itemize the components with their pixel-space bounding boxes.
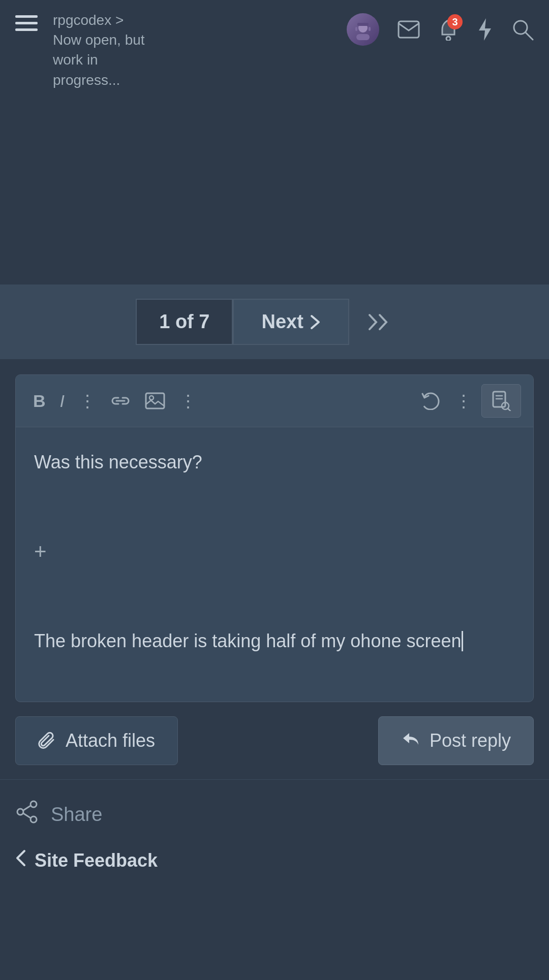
more-options-1-button[interactable]: ⋮ <box>74 387 101 415</box>
svg-rect-5 <box>399 21 419 38</box>
editor-spacer-2 <box>34 589 515 618</box>
svg-rect-2 <box>355 27 357 31</box>
toolbar-format-group: B I ⋮ <box>28 387 202 415</box>
more-options-3-button[interactable]: ⋮ <box>450 387 477 415</box>
action-bar: Attach files Post reply <box>0 702 549 779</box>
breadcrumb: rpgcodex > Now open, but work in progres… <box>53 10 155 90</box>
more-dots-2-icon: ⋮ <box>179 391 197 411</box>
more-options-2-button[interactable]: ⋮ <box>174 387 202 415</box>
editor-toolbar: B I ⋮ <box>16 375 533 427</box>
pagination-bar: 1 of 7 Next <box>0 284 549 359</box>
nav-left: rpgcodex > Now open, but work in progres… <box>15 10 155 90</box>
site-feedback-row: Site Feedback <box>15 849 534 872</box>
editor-line-2: The broken header is taking half of my o… <box>34 626 515 656</box>
page-indicator[interactable]: 1 of 7 <box>136 299 233 345</box>
next-button[interactable]: Next <box>233 299 349 345</box>
svg-point-11 <box>149 396 154 400</box>
editor-line-1: Was this necessary? <box>34 448 515 477</box>
mail-icon[interactable] <box>398 20 420 39</box>
svg-line-8 <box>526 33 533 40</box>
hamburger-menu[interactable] <box>15 10 38 31</box>
svg-rect-1 <box>356 34 370 40</box>
svg-line-21 <box>23 813 30 818</box>
editor-text-2: The broken header is taking half of my o… <box>34 630 462 651</box>
editor-content[interactable]: Was this necessary? + The broken header … <box>16 427 533 702</box>
bold-button[interactable]: B <box>28 387 51 415</box>
share-icon[interactable] <box>15 800 39 829</box>
link-icon <box>110 394 131 408</box>
more-dots-1-icon: ⋮ <box>79 391 96 411</box>
svg-line-16 <box>508 408 510 411</box>
svg-rect-10 <box>146 393 164 408</box>
svg-rect-4 <box>357 23 369 26</box>
image-icon <box>145 392 165 409</box>
share-row: Share <box>15 800 534 829</box>
editor-plus[interactable]: + <box>34 534 515 568</box>
file-search-button[interactable] <box>481 384 521 418</box>
user-avatar[interactable] <box>347 13 379 46</box>
link-button[interactable] <box>105 390 136 412</box>
post-reply-button[interactable]: Post reply <box>378 716 534 765</box>
footer-area: Share Site Feedback <box>0 779 549 887</box>
svg-point-18 <box>17 809 23 815</box>
share-label[interactable]: Share <box>51 804 102 826</box>
site-feedback-label[interactable]: Site Feedback <box>35 850 158 871</box>
svg-point-17 <box>30 801 37 807</box>
more-dots-3-icon: ⋮ <box>455 391 472 411</box>
editor-spacer <box>34 485 515 515</box>
chevron-left-icon <box>15 849 26 872</box>
post-reply-label: Post reply <box>430 730 511 751</box>
image-button[interactable] <box>140 388 170 414</box>
nav-right: 3 <box>347 10 534 46</box>
top-navigation: rpgcodex > Now open, but work in progres… <box>0 0 549 284</box>
reply-icon <box>401 732 420 749</box>
search-icon[interactable] <box>511 18 534 41</box>
notification-wrap: 3 <box>438 18 459 41</box>
file-search-icon <box>491 391 511 411</box>
lightning-icon[interactable] <box>477 17 493 42</box>
italic-icon: I <box>60 391 65 411</box>
undo-icon <box>421 392 441 410</box>
svg-point-19 <box>30 816 37 823</box>
fast-forward-button[interactable] <box>349 302 413 342</box>
svg-line-20 <box>23 806 30 810</box>
paperclip-icon <box>38 732 56 750</box>
editor-box: B I ⋮ <box>15 374 534 702</box>
attach-files-button[interactable]: Attach files <box>15 716 178 765</box>
svg-rect-3 <box>369 27 371 31</box>
text-cursor <box>462 631 463 651</box>
avatar-image <box>347 13 379 46</box>
editor-container: B I ⋮ <box>0 359 549 702</box>
toolbar-right-group: ⋮ <box>416 384 521 418</box>
svg-point-6 <box>446 37 450 41</box>
italic-button[interactable]: I <box>55 387 70 415</box>
bold-icon: B <box>33 391 46 411</box>
undo-button[interactable] <box>416 388 446 414</box>
notification-badge: 3 <box>447 14 463 29</box>
attach-files-label: Attach files <box>66 730 155 751</box>
next-label: Next <box>261 311 303 333</box>
